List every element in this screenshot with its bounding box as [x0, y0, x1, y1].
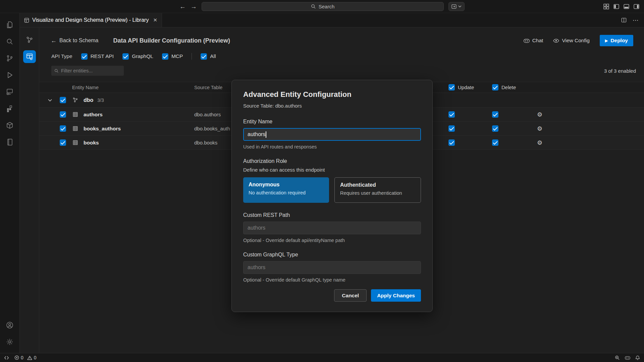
search-sidebar-icon[interactable]: [2, 33, 18, 50]
play-icon: ▶: [605, 39, 608, 43]
update-cell: [448, 111, 492, 118]
filter-entities-input-wrap: [51, 66, 124, 76]
schema-icon: [69, 97, 81, 103]
api-type-filter-row: API Type REST API GraphQL MCP: [39, 48, 644, 60]
entity-name-header: Entity Name: [69, 85, 192, 90]
books-authors-checkbox[interactable]: [60, 125, 66, 132]
filter-all[interactable]: All: [201, 53, 216, 60]
back-arrow-icon: ←: [51, 37, 57, 44]
back-to-schema-link[interactable]: ← Back to Schema: [51, 37, 99, 44]
layout-dropdown-button[interactable]: [448, 2, 465, 11]
nav-forward-icon[interactable]: →: [191, 3, 197, 10]
schema-designer-icon[interactable]: [23, 34, 36, 46]
chat-button[interactable]: Chat: [524, 38, 543, 44]
advanced-entity-configuration-dialog: Advanced Entity Configuration Source Tab…: [231, 80, 433, 312]
eye-icon: [553, 39, 559, 43]
warning-icon: [27, 356, 32, 360]
update-cell: [448, 125, 492, 132]
page-title: Data API Builder Configuration (Preview): [113, 37, 230, 44]
group-checkbox-cell: [56, 97, 69, 103]
copilot-status-icon[interactable]: [625, 356, 630, 360]
problems-indicator[interactable]: 0 0: [14, 355, 37, 360]
rest-api-label: REST API: [91, 53, 114, 59]
toggle-panel-icon[interactable]: [624, 4, 629, 9]
view-config-button[interactable]: View Config: [553, 38, 589, 44]
graphql-label: GraphQL: [132, 53, 153, 59]
api-builder-icon[interactable]: [23, 50, 36, 63]
run-debug-icon[interactable]: [2, 67, 18, 83]
more-actions-icon[interactable]: ⋯: [633, 17, 639, 24]
entity-name-label: Entity Name: [243, 119, 421, 125]
filter-rest-api[interactable]: REST API: [81, 53, 114, 60]
close-tab-icon[interactable]: ✕: [153, 17, 157, 23]
settings-gear-icon[interactable]: [2, 334, 18, 350]
chat-label: Chat: [532, 38, 543, 44]
update-checkbox[interactable]: [448, 111, 455, 118]
notebook-icon[interactable]: [2, 134, 18, 150]
filter-entities-input[interactable]: [61, 68, 121, 73]
delete-checkbox[interactable]: [492, 111, 498, 118]
delete-checkbox[interactable]: [492, 139, 498, 146]
bell-icon[interactable]: [635, 355, 640, 360]
custom-rest-path-input-wrap: [243, 222, 421, 234]
row-settings-gear-icon[interactable]: ⚙: [532, 111, 562, 118]
books-checkbox[interactable]: [60, 139, 66, 146]
row-settings-gear-icon[interactable]: ⚙: [532, 139, 562, 146]
role-card-authenticated[interactable]: Authenticated Requires user authenticati…: [334, 177, 421, 203]
role-name: Authenticated: [340, 182, 415, 188]
zoom-icon[interactable]: [615, 355, 620, 360]
error-count: 0: [21, 355, 23, 360]
update-all-checkbox[interactable]: [448, 84, 455, 90]
tab-title: Visualize and Design Schema (Preview) - …: [32, 17, 149, 23]
window-layout-icon: [451, 4, 457, 9]
role-card-anonymous[interactable]: Anonymous No authentication required: [243, 177, 329, 203]
all-checkbox[interactable]: [201, 53, 207, 60]
source-control-icon[interactable]: [2, 50, 18, 67]
graphql-checkbox[interactable]: [122, 53, 129, 60]
toggle-primary-sidebar-icon[interactable]: [613, 4, 619, 9]
update-checkbox[interactable]: [448, 139, 455, 146]
entity-name: books: [81, 140, 192, 146]
account-icon[interactable]: [2, 317, 18, 334]
table-icon: [69, 126, 81, 131]
delete-checkbox[interactable]: [492, 125, 498, 132]
row-settings-gear-icon[interactable]: ⚙: [532, 125, 562, 132]
mcp-checkbox[interactable]: [162, 53, 168, 60]
database-projects-icon[interactable]: [2, 117, 18, 134]
remote-indicator-icon[interactable]: [4, 356, 9, 360]
table-icon: [69, 140, 81, 145]
apply-changes-button[interactable]: Apply Changes: [371, 289, 421, 302]
delete-all-checkbox[interactable]: [492, 84, 498, 90]
view-config-label: View Config: [562, 38, 589, 44]
filter-mcp[interactable]: MCP: [162, 53, 183, 60]
sql-server-icon[interactable]: [2, 83, 18, 100]
split-editor-icon[interactable]: [621, 17, 627, 23]
filter-graphql[interactable]: GraphQL: [122, 53, 153, 60]
entity-name-input[interactable]: authors: [243, 128, 421, 141]
custom-rest-path-input[interactable]: [248, 225, 417, 231]
custom-graphql-type-input[interactable]: [248, 264, 417, 270]
custom-rest-path-label: Custom REST Path: [243, 212, 421, 218]
titlebar-layout-controls: [603, 0, 639, 13]
entity-name: authors: [81, 112, 192, 118]
extensions-icon[interactable]: [2, 100, 18, 117]
update-cell: [448, 139, 492, 146]
collapse-chevron-icon[interactable]: [44, 99, 56, 102]
toggle-secondary-sidebar-icon[interactable]: [634, 4, 639, 9]
error-icon: [14, 355, 19, 360]
tab-visualize-schema[interactable]: Visualize and Design Schema (Preview) - …: [20, 13, 162, 27]
titlebar: ← → Search: [0, 0, 644, 13]
filter-search-icon: [54, 69, 59, 73]
deploy-button[interactable]: ▶ Deploy: [600, 35, 633, 46]
rest-api-checkbox[interactable]: [81, 53, 88, 60]
explorer-icon[interactable]: [2, 16, 18, 33]
cancel-button[interactable]: Cancel: [334, 289, 367, 302]
command-center-search[interactable]: Search: [202, 2, 444, 11]
vscode-window: ← → Search: [0, 0, 644, 362]
update-checkbox[interactable]: [448, 125, 455, 132]
nav-back-icon[interactable]: ←: [179, 3, 186, 10]
authors-checkbox[interactable]: [60, 111, 66, 118]
delete-cell: [492, 125, 532, 132]
customize-layout-icon[interactable]: [603, 4, 609, 9]
dbo-checkbox[interactable]: [60, 97, 66, 103]
